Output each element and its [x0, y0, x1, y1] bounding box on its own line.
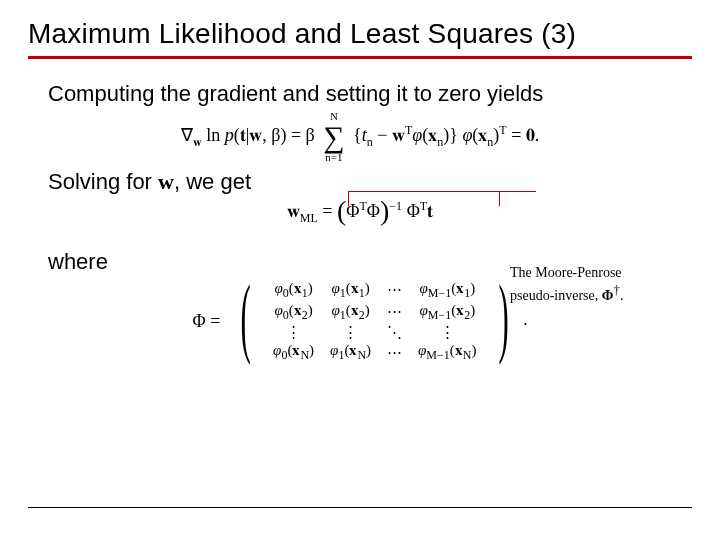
solving-sentence: Solving for w, we get: [48, 169, 251, 195]
slide-title: Maximum Likelihood and Least Squares (3): [28, 18, 692, 50]
gradient-equation: ∇𝐰 ln p(𝐭|𝐰, β) = β N ∑ n=1 {tn − 𝐰Tφ(𝐱n…: [28, 111, 692, 163]
footer-rule: [28, 507, 692, 508]
wml-equation: 𝐰ML = (ΦTΦ)−1 ΦT𝐭: [287, 197, 433, 229]
gradient-sentence: Computing the gradient and setting it to…: [48, 81, 692, 107]
title-underline: [28, 56, 692, 59]
moore-penrose-callout: The Moore-Penrose pseudo-inverse, Φ†.: [510, 264, 686, 304]
